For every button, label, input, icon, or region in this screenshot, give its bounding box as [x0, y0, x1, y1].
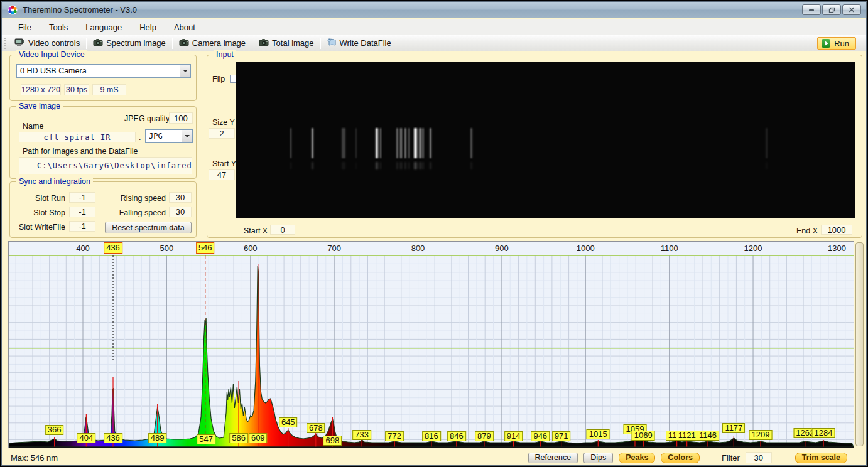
video-device-select[interactable]: 0 HD USB Camera: [16, 64, 191, 78]
path-field[interactable]: C:\Users\GaryG\Desktop\infared: [19, 157, 192, 174]
minimize-button[interactable]: [802, 4, 821, 15]
peak-label: 1177: [722, 423, 745, 433]
spectral-line: [290, 128, 291, 158]
toolbar-button-write-datafile[interactable]: Write DataFile: [322, 36, 396, 50]
format-select[interactable]: JPG: [145, 129, 193, 143]
input-group: Input Flip Size Y 2 Start Y 47 Start X 0…: [207, 55, 862, 238]
filter-label: Filter: [722, 453, 740, 463]
reference-button[interactable]: Reference: [528, 453, 578, 463]
max-wavelength-readout: Max: 546 nm: [11, 453, 58, 463]
jpeg-quality-label: JPEG quality: [124, 114, 170, 123]
peak-label: 772: [385, 431, 404, 441]
peak-label: 1209: [749, 430, 773, 440]
axis-tick-label: 900: [495, 244, 509, 253]
end-x-field[interactable]: 1000: [821, 225, 852, 235]
video-device-value: 0 HD USB Camera: [17, 67, 180, 75]
spectral-line: [380, 128, 381, 158]
dips-button[interactable]: Dips: [583, 453, 613, 463]
spectral-line-reflection: [376, 162, 378, 169]
menu-item-tools[interactable]: Tools: [40, 20, 77, 35]
toolbar-button-label: Write DataFile: [340, 38, 391, 48]
peak-label: 678: [307, 423, 325, 433]
spectral-line: [419, 128, 421, 158]
peak-label: 1146: [697, 431, 719, 441]
rising-speed-field[interactable]: 30: [169, 192, 192, 203]
spectral-line: [404, 128, 406, 158]
start-x-label: Start X: [244, 227, 268, 235]
spectral-line-reflection: [342, 162, 345, 169]
filter-field[interactable]: 30: [746, 452, 772, 463]
spectral-line-reflection: [380, 162, 381, 169]
spectral-line: [400, 128, 402, 158]
spectral-line: [422, 128, 424, 158]
peak-label: 366: [45, 425, 64, 435]
jpeg-quality-field[interactable]: 100: [169, 112, 193, 124]
axis-tick-label: 400: [76, 244, 90, 253]
axis-tick-label: 500: [160, 244, 174, 253]
falling-speed-field[interactable]: 30: [169, 207, 192, 217]
save-image-group-label: Save image: [16, 102, 63, 110]
app-window: Theremino Spectrometer - V3.0 FileToolsL…: [1, 1, 867, 466]
toolbar-separator: [172, 38, 173, 49]
peak-label: 1069: [632, 431, 655, 441]
run-button[interactable]: Run: [817, 37, 856, 50]
peak-label: 971: [552, 431, 571, 441]
sync-group-label: Sync and integration: [16, 177, 93, 186]
end-x-label: End X: [796, 227, 818, 235]
spectral-line-reflection: [766, 162, 768, 169]
spectral-line-reflection: [430, 162, 431, 169]
close-button[interactable]: [842, 4, 861, 15]
rising-speed-label: Rising speed: [104, 194, 166, 203]
sync-group: Sync and integration Slot Run -1 Slot St…: [9, 181, 197, 238]
video-input-group-label: Video Input Device: [16, 50, 87, 59]
menu-item-language[interactable]: Language: [77, 20, 131, 35]
menu-item-help[interactable]: Help: [131, 20, 165, 35]
toolbar-button-video-controls[interactable]: Video controls: [9, 36, 85, 50]
image-name-field[interactable]: cfl spiral IR: [19, 132, 136, 142]
peak-label: 609: [249, 433, 268, 443]
exposure-value: 9 mS: [92, 84, 126, 95]
slot-run-field[interactable]: -1: [69, 192, 95, 203]
spectral-line-reflection: [408, 162, 410, 169]
maximize-button[interactable]: [822, 4, 841, 15]
path-label: Path for Images and the DataFile: [23, 147, 138, 156]
peak-label: 1121: [676, 431, 698, 441]
axis-tick-label: 600: [244, 244, 258, 253]
spectral-line: [430, 128, 431, 158]
camera-preview: [236, 62, 855, 218]
chevron-down-icon[interactable]: [180, 65, 190, 77]
peak-label: 914: [504, 431, 523, 441]
video-input-group: Video Input Device 0 HD USB Camera 1280 …: [9, 55, 197, 101]
toolbar-button-camera-image[interactable]: Camera image: [174, 36, 251, 50]
menu-item-file[interactable]: File: [9, 20, 40, 35]
peak-label: 946: [531, 431, 550, 441]
start-x-field[interactable]: 0: [270, 225, 295, 235]
reset-spectrum-button[interactable]: Reset spectrum data: [105, 222, 192, 234]
title-bar: Theremino Spectrometer - V3.0: [2, 2, 866, 18]
spectral-line-reflection: [396, 162, 398, 169]
colors-button[interactable]: Colors: [661, 453, 700, 463]
menu-item-about[interactable]: About: [165, 20, 204, 35]
size-y-field[interactable]: 2: [209, 128, 235, 139]
toolbar-separator: [86, 38, 87, 49]
axis-tick-label: 800: [411, 244, 425, 253]
trim-scale-button[interactable]: Trim scale: [795, 453, 847, 463]
chevron-down-icon[interactable]: [182, 130, 192, 142]
spectral-line-reflection: [404, 162, 406, 169]
toolbar-button-total-image[interactable]: Total image: [254, 36, 318, 50]
slot-stop-label: Slot Stop: [10, 208, 65, 217]
toolbar-separator: [252, 38, 252, 49]
camera-icon: [93, 38, 103, 48]
toolbar-button-spectrum-image[interactable]: Spectrum image: [88, 36, 171, 50]
axis-tick-label: 700: [327, 244, 341, 253]
slot-writefile-field[interactable]: -1: [69, 221, 95, 232]
peak-label: 404: [77, 433, 95, 443]
peaks-button[interactable]: Peaks: [619, 453, 655, 463]
chart-scrollbar[interactable]: [855, 242, 864, 446]
spectral-line-reflection: [355, 162, 357, 169]
slot-run-label: Slot Run: [10, 194, 65, 203]
input-group-label: Input: [214, 50, 236, 59]
start-y-field[interactable]: 47: [209, 169, 235, 180]
spectral-line: [355, 128, 357, 158]
slot-stop-field[interactable]: -1: [69, 207, 95, 217]
